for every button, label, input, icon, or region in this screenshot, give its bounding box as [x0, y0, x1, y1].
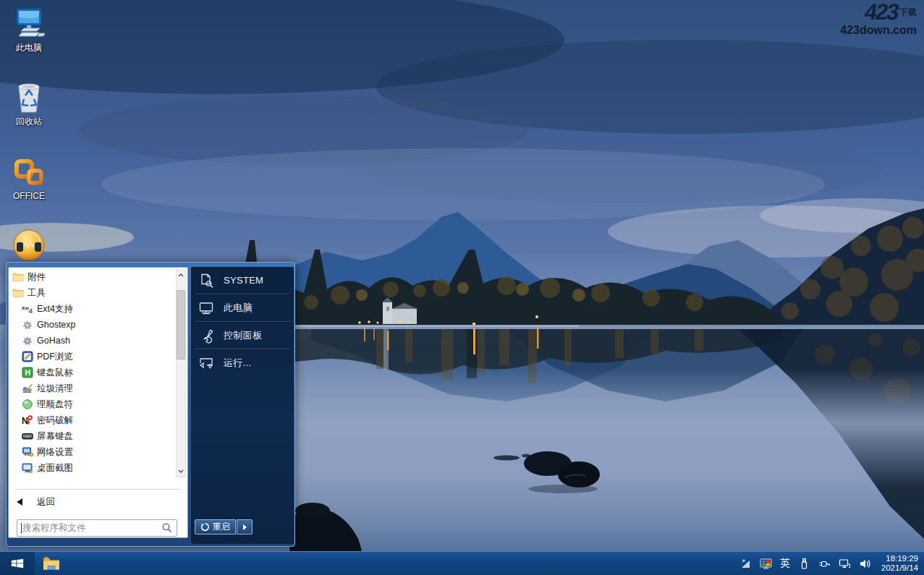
computer-icon	[198, 300, 214, 316]
start-menu-item[interactable]: N 密码破解	[9, 412, 175, 428]
start-menu-item[interactable]: 屏幕键盘	[9, 428, 175, 444]
menu-item-control-panel[interactable]: 控制面板	[191, 322, 294, 349]
drive-letter-icon	[22, 399, 33, 410]
usb-device-icon[interactable]	[798, 558, 810, 570]
start-menu-item[interactable]: 网络设置	[9, 444, 175, 460]
watermark-logo-number: 423	[863, 1, 900, 23]
screenshot-icon	[22, 462, 33, 474]
svg-text:Ext: Ext	[22, 306, 29, 310]
menu-separator	[14, 489, 180, 490]
system-info-icon	[198, 273, 214, 289]
network-settings-icon	[22, 446, 33, 458]
windows-logo-icon	[10, 556, 25, 571]
office-icon	[6, 156, 52, 189]
svg-text:4: 4	[29, 307, 33, 315]
tray-utility-icon[interactable]	[739, 558, 752, 570]
search-icon	[161, 522, 173, 534]
ext4-icon: Ext4	[22, 303, 33, 315]
svg-text:N: N	[22, 416, 28, 426]
start-menu-item[interactable]: H 键盘鼠标	[9, 365, 175, 380]
start-menu: 附件 工具 Ext4 Ext4支持 Ghostexp GoHash	[6, 262, 295, 547]
desktop-icon-recycle-bin[interactable]: 回收站	[6, 81, 52, 128]
taskbar-clock[interactable]: 18:19:29 2021/9/14	[879, 554, 918, 573]
recycle-bin-icon	[6, 81, 52, 114]
folder-icon	[12, 287, 24, 299]
watermark-logo-cn: 下载	[899, 8, 917, 17]
text-caret	[21, 523, 22, 534]
start-menu-program-list: 附件 工具 Ext4 Ext4支持 Ghostexp GoHash	[9, 269, 175, 476]
wrench-icon	[198, 328, 214, 344]
watermark-site-url: 423down.com	[840, 24, 917, 36]
start-menu-item[interactable]: PDF浏览	[9, 349, 175, 365]
password-crack-icon: N	[22, 414, 33, 426]
start-menu-item[interactable]: Ghostexp	[9, 317, 175, 333]
start-menu-item[interactable]: GoHash	[9, 333, 175, 349]
keyboard-mouse-icon: H	[22, 367, 33, 378]
start-menu-item[interactable]: 桌面截图	[9, 460, 175, 476]
desktop-icon-label: OFFICE	[6, 191, 52, 201]
start-menu-right-panel: SYSTEM 此电脑 控制面板	[191, 267, 294, 544]
gohash-icon	[22, 335, 33, 346]
run-icon	[198, 355, 214, 371]
clock-time: 18:19:29	[881, 554, 918, 563]
onscreen-keyboard-icon	[22, 430, 33, 442]
desktop-icon-audio-app[interactable]	[6, 229, 52, 263]
pdf-viewer-icon	[22, 351, 33, 362]
menu-item-this-pc[interactable]: 此电脑	[191, 294, 294, 321]
desktop-icon-this-pc[interactable]: 此电脑	[6, 7, 52, 54]
start-menu-item[interactable]: 理顺盘符	[9, 396, 175, 412]
scroll-down-arrow[interactable]	[177, 466, 185, 477]
start-menu-program-panel: 附件 工具 Ext4 Ext4支持 Ghostexp GoHash	[8, 267, 188, 538]
restart-options-button[interactable]	[237, 519, 253, 534]
restart-button[interactable]: 重启	[195, 519, 236, 534]
start-menu-item[interactable]: Ext4 Ext4支持	[9, 301, 175, 317]
menu-item-run[interactable]: 运行...	[191, 349, 294, 376]
start-button[interactable]	[0, 552, 35, 575]
folder-icon	[12, 271, 24, 283]
desktop-icon-label: 此电脑	[6, 42, 52, 54]
taskbar-file-explorer[interactable]	[35, 552, 68, 575]
start-menu-item[interactable]: 垃圾清理	[9, 380, 175, 396]
scroll-up-arrow[interactable]	[177, 270, 185, 281]
desktop-icon-office[interactable]: OFFICE	[6, 156, 52, 201]
clock-date: 2021/9/14	[881, 563, 918, 573]
input-language-indicator[interactable]: 英	[780, 557, 790, 570]
power-plug-icon[interactable]	[818, 558, 831, 570]
right-arrow-icon	[243, 524, 247, 530]
search-input[interactable]	[17, 523, 161, 533]
back-arrow-icon	[17, 498, 22, 506]
network-icon[interactable]	[839, 558, 851, 570]
desktop-icon-label: 回收站	[6, 116, 52, 128]
file-explorer-icon	[42, 555, 61, 571]
volume-icon[interactable]	[859, 558, 871, 570]
desktop: 423 下载 423down.com 此电脑	[0, 0, 924, 575]
audio-orb-icon	[6, 229, 52, 262]
scrollbar[interactable]	[176, 269, 186, 477]
watermark-423down: 423 下载 423down.com	[840, 1, 917, 36]
scrollbar-thumb[interactable]	[177, 290, 185, 359]
svg-text:H: H	[25, 368, 31, 377]
cleaner-icon	[22, 383, 33, 394]
start-menu-item-folder[interactable]: 工具	[9, 285, 175, 301]
this-pc-icon	[6, 7, 52, 41]
tray-display-color-icon[interactable]	[760, 558, 772, 570]
system-tray: 英 18:19:29 2021/9/14	[739, 552, 924, 575]
restart-icon	[200, 522, 210, 532]
start-menu-item-folder[interactable]: 附件	[9, 269, 175, 285]
taskbar: 英 18:19:29 2021/9/14	[0, 551, 924, 575]
ghostexp-icon	[22, 319, 33, 331]
back-button[interactable]: 返回	[9, 493, 187, 511]
menu-item-system[interactable]: SYSTEM	[191, 267, 294, 294]
search-box[interactable]	[17, 519, 177, 537]
